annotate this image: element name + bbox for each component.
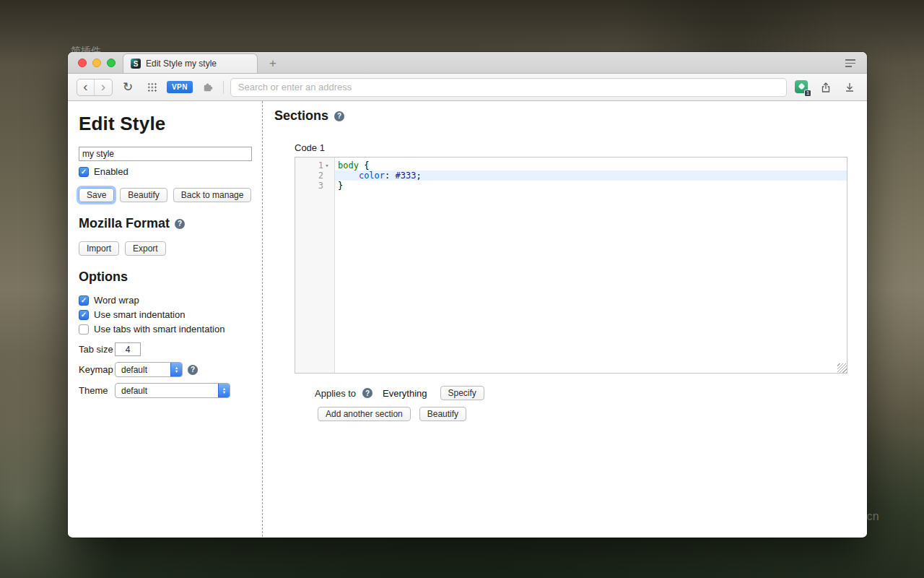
share-button[interactable]: [817, 79, 834, 96]
extension-action-button[interactable]: 1: [793, 79, 811, 96]
mozilla-format-heading: Mozilla Format: [79, 216, 170, 231]
sections-help-icon[interactable]: ?: [334, 111, 344, 121]
editor-resize-handle[interactable]: [837, 363, 847, 373]
vpn-badge[interactable]: VPN: [167, 81, 193, 93]
primary-buttons-row: Save Beautify Back to manage: [79, 188, 262, 202]
navigation-toolbar: ‹ › ↻ VPN 1: [68, 74, 867, 101]
desktop-background: 简插件 chrome.zzzmh.cn S Edit Style my styl…: [0, 0, 924, 578]
add-another-section-button[interactable]: Add another section: [318, 407, 411, 421]
export-button[interactable]: Export: [125, 241, 166, 256]
theme-select[interactable]: default ▲▼: [115, 383, 230, 398]
zoom-window-button[interactable]: [107, 59, 116, 67]
keymap-help-icon[interactable]: ?: [188, 365, 198, 375]
watermark-plugin-label: 简插件: [71, 45, 101, 58]
section-buttons-row: Add another section Beautify: [318, 407, 867, 421]
tabs-smart-indent-row: Use tabs with smart indentation: [79, 324, 262, 335]
browser-window: S Edit Style my style + ‹ › ↻ VPN: [68, 52, 867, 538]
smart-indent-row: ✓ Use smart indentation: [79, 309, 262, 320]
code-line: 1▾ body {: [295, 160, 847, 171]
options-checkboxes: ✓ Word wrap ✓ Use smart indentation Use …: [79, 295, 262, 335]
smart-indent-checkbox[interactable]: ✓: [79, 310, 89, 320]
word-wrap-label: Word wrap: [94, 295, 139, 306]
code-editor[interactable]: 1▾ body { 2 color: #333; 3 }: [295, 157, 847, 374]
applies-to-value: Everything: [383, 388, 427, 399]
address-bar[interactable]: [230, 78, 787, 97]
tab-list-icon[interactable]: [845, 59, 855, 67]
grid-icon: [147, 82, 157, 92]
browser-tab[interactable]: S Edit Style my style: [123, 53, 258, 73]
puzzle-icon: [202, 82, 213, 92]
options-heading: Options: [79, 269, 262, 285]
sections-area: Sections ? Code 1 1▾ body { 2: [263, 101, 867, 537]
code-line: 3 }: [295, 181, 847, 191]
keymap-row: Keymap default ▲▼ ?: [79, 362, 262, 377]
code-label: Code 1: [295, 142, 867, 153]
page-content: Edit Style ✓ Enabled Save Beautify Back …: [68, 101, 867, 537]
nav-history-controls: ‹ ›: [77, 79, 113, 96]
stylish-favicon-icon: S: [131, 59, 141, 69]
edit-style-sidebar: Edit Style ✓ Enabled Save Beautify Back …: [68, 101, 263, 537]
tabs-smart-indent-checkbox[interactable]: [79, 324, 89, 335]
downloads-button[interactable]: [841, 79, 858, 96]
theme-row: Theme default ▲▼: [79, 383, 262, 398]
select-stepper-icon: ▲▼: [170, 363, 182, 376]
theme-value: default: [116, 386, 218, 396]
tab-bar: S Edit Style my style +: [68, 52, 867, 74]
address-input[interactable]: [238, 82, 779, 92]
keymap-label: Keymap: [79, 364, 115, 375]
toolbar-separator: [223, 81, 224, 94]
specify-button[interactable]: Specify: [440, 386, 484, 400]
fold-arrow-icon[interactable]: ▾: [323, 160, 331, 171]
section-beautify-button[interactable]: Beautify: [419, 407, 466, 421]
applies-to-label: Applies to: [315, 388, 356, 399]
smart-indent-label: Use smart indentation: [94, 309, 185, 320]
reload-button[interactable]: ↻: [119, 79, 136, 96]
code-section: Code 1 1▾ body { 2 color: #333;: [295, 142, 867, 421]
keymap-select[interactable]: default ▲▼: [115, 362, 183, 377]
check-icon: ✓: [81, 296, 87, 304]
import-export-row: Import Export: [79, 241, 262, 256]
beautify-button[interactable]: Beautify: [120, 188, 167, 202]
tab-size-row: Tab size: [79, 342, 262, 356]
word-wrap-checkbox[interactable]: ✓: [79, 296, 89, 306]
tab-size-label: Tab size: [79, 344, 115, 355]
enabled-label: Enabled: [94, 166, 128, 177]
tab-size-input[interactable]: [115, 342, 141, 356]
enabled-checkbox[interactable]: ✓: [79, 167, 89, 177]
mozilla-format-help-icon[interactable]: ?: [175, 219, 185, 229]
tab-title: Edit Style my style: [146, 59, 217, 69]
back-button[interactable]: ‹: [77, 79, 95, 95]
extensions-puzzle-button[interactable]: [199, 79, 217, 96]
code-line-active: 2 color: #333;: [295, 171, 847, 181]
new-tab-button[interactable]: +: [265, 56, 281, 71]
word-wrap-row: ✓ Word wrap: [79, 295, 262, 306]
download-icon: [844, 82, 855, 93]
import-button[interactable]: Import: [79, 241, 119, 256]
style-name-input[interactable]: [79, 147, 252, 161]
minimize-window-button[interactable]: [92, 59, 101, 67]
tabs-smart-indent-label: Use tabs with smart indentation: [94, 324, 225, 335]
share-icon: [820, 82, 832, 93]
forward-button[interactable]: ›: [95, 79, 112, 95]
check-icon: ✓: [81, 168, 87, 176]
apps-grid-button[interactable]: [143, 79, 160, 96]
save-button[interactable]: Save: [79, 188, 114, 202]
enabled-row: ✓ Enabled: [79, 166, 262, 177]
page-title: Edit Style: [79, 113, 262, 135]
check-icon: ✓: [81, 311, 87, 319]
extension-badge: 1: [804, 90, 811, 97]
theme-label: Theme: [79, 385, 115, 396]
keymap-value: default: [116, 365, 170, 375]
select-stepper-icon: ▲▼: [218, 384, 230, 397]
window-controls: [78, 59, 116, 67]
back-to-manage-button[interactable]: Back to manage: [173, 188, 252, 202]
close-window-button[interactable]: [78, 59, 87, 67]
sections-heading: Sections: [274, 108, 328, 124]
applies-to-row: Applies to ? Everything Specify: [315, 386, 867, 400]
applies-to-help-icon[interactable]: ?: [362, 388, 372, 398]
